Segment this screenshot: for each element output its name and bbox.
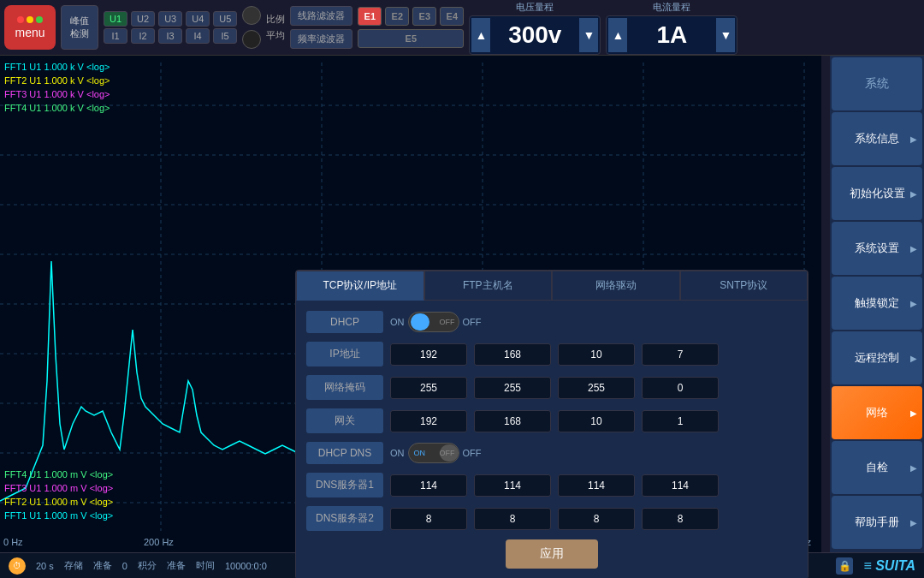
- dns2-label: DNS服务器2: [306, 506, 383, 531]
- dot-red: [17, 16, 24, 23]
- mask-field-3[interactable]: 255: [558, 377, 635, 399]
- sidebar-syssettings-label: 系统设置: [855, 241, 899, 256]
- circle-avg[interactable]: [242, 30, 261, 49]
- sidebar-item-init-settings[interactable]: 初始化设置 ▶: [832, 167, 922, 220]
- dhcp-label: DHCP: [306, 311, 383, 333]
- gw-field-3[interactable]: 10: [558, 410, 635, 432]
- sidebar-system-info-label: 系统信息: [855, 131, 899, 146]
- gw-field-2[interactable]: 168: [474, 410, 551, 432]
- toggle2-off-text: OFF: [440, 449, 455, 457]
- apply-button[interactable]: 应用: [506, 539, 598, 569]
- top-bar: menu 峰值 检测 U1 U2 U3 U4 U5 I1 I2 I3 I4 I5…: [0, 0, 924, 56]
- dns1-field-2[interactable]: 114: [474, 474, 551, 497]
- sidebar-selftest-label: 自检: [866, 460, 888, 475]
- chart-legend-top: FFT1 U1 1.000 k V <log> FFT2 U1 1.000 k …: [4, 60, 110, 115]
- voltage-down-arrow[interactable]: ▼: [579, 18, 598, 52]
- ratio-label: 比例: [266, 13, 285, 26]
- time-range-value: 20 s: [36, 561, 54, 571]
- dhcp-switch[interactable]: ON OFF: [408, 312, 459, 332]
- dns2-field-4[interactable]: 8: [642, 508, 719, 530]
- menu-button[interactable]: menu: [4, 5, 56, 50]
- voltage-up-arrow[interactable]: ▲: [471, 18, 490, 52]
- channel-i4[interactable]: I4: [186, 28, 210, 44]
- lock-icon[interactable]: 🔒: [836, 557, 853, 575]
- sidebar-item-help[interactable]: 帮助手册 ▶: [832, 496, 922, 549]
- gw-field-1[interactable]: 192: [390, 410, 467, 432]
- dns1-field-4[interactable]: 114: [642, 474, 719, 497]
- modal-tabs: TCP协议/IP地址 FTP主机名 网络驱动 SNTP协议: [296, 271, 808, 301]
- mask-field-2[interactable]: 255: [474, 377, 551, 399]
- dns1-label: DNS服务器1: [306, 473, 383, 498]
- current-down-arrow[interactable]: ▼: [716, 18, 735, 52]
- channel-i2[interactable]: I2: [131, 28, 155, 44]
- sidebar-item-self-test[interactable]: 自检 ▶: [832, 441, 922, 494]
- integral-label: 积分: [138, 559, 157, 572]
- channel-u2[interactable]: U2: [131, 11, 155, 27]
- menu-label: menu: [15, 26, 44, 39]
- sidebar-item-network[interactable]: 网络 ▶: [832, 386, 922, 439]
- e1-button[interactable]: E1: [358, 7, 382, 26]
- dhcp-dns-toggle[interactable]: ON ON OFF OFF: [390, 443, 482, 463]
- e5-button[interactable]: E5: [358, 29, 464, 48]
- e2-button[interactable]: E2: [385, 7, 409, 26]
- modal-tab-sntp[interactable]: SNTP协议: [680, 271, 808, 301]
- channel-grid: U1 U2 U3 U4 U5 I1 I2 I3 I4 I5: [104, 11, 237, 44]
- sidebar-item-system-info[interactable]: 系统信息 ▶: [832, 112, 922, 165]
- ip-field-2[interactable]: 168: [474, 343, 551, 366]
- e3-button[interactable]: E3: [412, 7, 436, 26]
- sidebar-item-touch-lock[interactable]: 触摸锁定 ▶: [832, 277, 922, 330]
- channel-u1[interactable]: U1: [104, 11, 127, 27]
- time-label: 时间: [196, 559, 215, 572]
- channel-i1[interactable]: I1: [104, 28, 127, 44]
- voltage-range-control: ▲ 300v ▼: [469, 15, 601, 55]
- dhcp-dns-label: DHCP DNS: [306, 442, 383, 464]
- current-value: 1A: [629, 21, 714, 49]
- dns1-field-3[interactable]: 114: [558, 474, 635, 497]
- channel-i5[interactable]: I5: [213, 28, 237, 44]
- peak-detection: 峰值 检测: [61, 5, 98, 50]
- channel-u5[interactable]: U5: [213, 11, 237, 27]
- legend-fft2-bot: FFT2 U1 1.000 m V <log>: [4, 495, 113, 509]
- sidebar-item-sys-settings[interactable]: 系统设置 ▶: [832, 222, 922, 275]
- sidebar-remotectrl-label: 远程控制: [855, 350, 899, 366]
- e4-button[interactable]: E4: [440, 7, 464, 26]
- dns2-row: DNS服务器2 8 8 8 8: [306, 506, 797, 531]
- time-value: 10000:0:0: [225, 561, 267, 571]
- current-up-arrow[interactable]: ▲: [608, 18, 627, 52]
- sidebar: 系统 系统信息 ▶ 初始化设置 ▶ 系统设置 ▶ 触摸锁定 ▶ 远程控制 ▶ 网…: [830, 56, 924, 578]
- ip-field-3[interactable]: 10: [558, 343, 635, 366]
- dns1-field-1[interactable]: 114: [390, 474, 467, 497]
- sidebar-item-remote-ctrl[interactable]: 远程控制 ▶: [832, 331, 922, 384]
- sidebar-item-system-header: 系统: [832, 57, 922, 110]
- channel-u4[interactable]: U4: [186, 11, 210, 27]
- dns2-field-1[interactable]: 8: [390, 508, 467, 530]
- ip-field-1[interactable]: 192: [390, 343, 467, 366]
- circle-ratio[interactable]: [242, 6, 261, 25]
- arrow-icon-6: ▶: [910, 408, 917, 418]
- freq-filter-btn[interactable]: 频率滤波器: [290, 29, 352, 49]
- modal-tab-network[interactable]: 网络驱动: [552, 271, 680, 301]
- toggle-knob: [411, 313, 429, 331]
- modal-tab-ftp[interactable]: FTP主机名: [424, 271, 553, 301]
- dns1-row: DNS服务器1 114 114 114 114: [306, 473, 797, 498]
- mask-field-4[interactable]: 0: [642, 377, 719, 399]
- storage-label: 存储: [64, 559, 83, 572]
- dhcp-dns-switch[interactable]: ON OFF: [408, 443, 459, 463]
- channel-row-u: U1 U2 U3 U4 U5: [104, 11, 237, 27]
- dns2-field-2[interactable]: 8: [474, 508, 551, 530]
- legend-fft2-top: FFT2 U1 1.000 k V <log>: [4, 74, 110, 87]
- e-row-2: E5: [358, 29, 464, 48]
- ip-field-4[interactable]: 7: [642, 343, 719, 366]
- storage-status: 准备: [93, 559, 112, 572]
- arrow-icon-2: ▶: [910, 189, 917, 199]
- channel-u3[interactable]: U3: [158, 11, 182, 27]
- modal-tab-tcp[interactable]: TCP协议/IP地址: [296, 271, 424, 301]
- channel-i3[interactable]: I3: [158, 28, 182, 44]
- line-filter-btn[interactable]: 线路滤波器: [290, 6, 352, 26]
- mask-field-1[interactable]: 255: [390, 377, 467, 399]
- dhcp-toggle[interactable]: ON ON OFF OFF: [390, 312, 482, 332]
- gw-field-4[interactable]: 1: [642, 410, 719, 432]
- voltage-range-label: 电压量程: [516, 1, 554, 14]
- dns2-field-3[interactable]: 8: [558, 508, 635, 530]
- toggle-off-text: OFF: [440, 318, 455, 326]
